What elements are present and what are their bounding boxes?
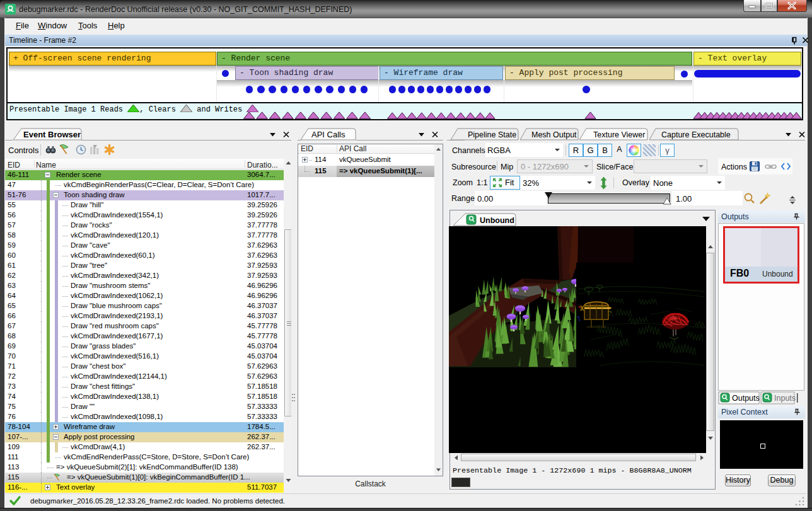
svg-text:API Calls: API Calls: [311, 130, 345, 139]
svg-text:Unbound: Unbound: [480, 216, 514, 225]
svg-text:Pipeline State: Pipeline State: [468, 130, 516, 139]
svg-text:Outputs: Outputs: [732, 394, 760, 403]
svg-text:Inputs: Inputs: [774, 394, 796, 403]
svg-text:Event Browser: Event Browser: [23, 130, 81, 139]
svg-text:Texture Viewer: Texture Viewer: [593, 130, 645, 139]
svg-text:Capture Executable: Capture Executable: [661, 130, 731, 139]
svg-text:Mesh Output: Mesh Output: [531, 130, 577, 139]
